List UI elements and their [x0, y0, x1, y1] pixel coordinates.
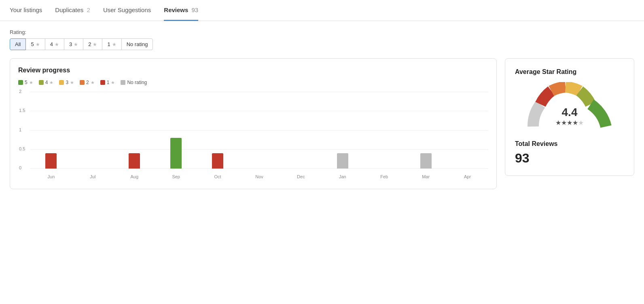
bar-group-feb	[379, 92, 390, 169]
legend-star-4: ★	[49, 80, 53, 85]
review-progress-card: Review progress 5 ★ 4 ★ 3 ★	[10, 58, 497, 189]
average-rating-card: Average Star Rating	[505, 58, 634, 176]
bar-group-jun	[45, 92, 57, 169]
x-label-dec: Dec	[293, 174, 309, 179]
x-label-mar: Mar	[418, 174, 434, 179]
rating-buttons-group: All 5 ★ 4 ★ 3 ★ 2 ★ 1 ★ No r	[10, 38, 634, 50]
main-content: Rating: All 5 ★ 4 ★ 3 ★ 2 ★ 1	[0, 21, 644, 197]
legend-2star: 2 ★	[80, 80, 95, 85]
rating-btn-4[interactable]: 4 ★	[45, 38, 64, 50]
star-icon: ★	[93, 42, 97, 47]
legend-4star: 4 ★	[39, 80, 54, 85]
legend-star-2: ★	[91, 80, 95, 85]
rating-btn-all[interactable]: All	[10, 38, 26, 50]
bar-sep	[170, 138, 182, 169]
legend-dot-2star	[80, 80, 85, 85]
bar-oct	[212, 153, 223, 169]
bar-jan	[337, 153, 348, 169]
x-label-jul: Jul	[85, 174, 101, 179]
rating-btn-1[interactable]: 1 ★	[102, 38, 121, 50]
x-label-jun: Jun	[43, 174, 59, 179]
gauge-container: 4.4 ★★★★★	[515, 82, 624, 131]
bar-group-mar	[420, 92, 432, 169]
gauge-center-values: 4.4 ★★★★★	[555, 106, 584, 127]
legend-dot-no-rating	[121, 80, 125, 85]
bar-group-apr	[462, 92, 473, 169]
bar-group-dec	[295, 92, 307, 169]
star-icon: ★	[55, 42, 59, 47]
legend-star-3: ★	[70, 80, 74, 85]
legend-5star: 5 ★	[18, 80, 33, 85]
star-icon: ★	[74, 42, 78, 47]
bar-group-jan	[337, 92, 348, 169]
legend-dot-4star	[39, 80, 44, 85]
legend-no-rating: No rating	[121, 80, 147, 85]
rating-btn-3[interactable]: 3 ★	[64, 38, 83, 50]
star-icon: ★	[112, 42, 117, 47]
legend-dot-5star	[18, 80, 23, 85]
rating-filter: Rating: All 5 ★ 4 ★ 3 ★ 2 ★ 1	[10, 29, 634, 50]
rating-btn-2[interactable]: 2 ★	[83, 38, 102, 50]
bar-group-aug	[129, 92, 140, 169]
bar-aug	[129, 153, 140, 169]
legend-star-1: ★	[111, 80, 115, 85]
bar-group-sep	[170, 92, 182, 169]
charts-row: Review progress 5 ★ 4 ★ 3 ★	[10, 58, 634, 189]
total-reviews-value: 93	[515, 151, 624, 166]
rating-btn-5[interactable]: 5 ★	[25, 38, 45, 50]
star-icon: ★	[36, 42, 40, 47]
bar-mar	[420, 153, 432, 169]
average-rating-title: Average Star Rating	[515, 68, 624, 76]
x-label-apr: Apr	[460, 174, 476, 179]
tab-duplicates[interactable]: Duplicates 2	[55, 0, 90, 21]
gauge-stars: ★★★★★	[555, 119, 584, 127]
bar-group-nov	[254, 92, 265, 169]
rating-btn-no-rating[interactable]: No rating	[121, 38, 153, 50]
rating-filter-label: Rating:	[10, 29, 634, 35]
stars-empty: ★	[578, 119, 584, 126]
tab-reviews[interactable]: Reviews 93	[164, 0, 198, 21]
x-label-nov: Nov	[251, 174, 267, 179]
x-label-sep: Sep	[168, 174, 184, 179]
review-progress-title: Review progress	[18, 67, 488, 74]
x-label-jan: Jan	[335, 174, 351, 179]
x-label-feb: Feb	[376, 174, 392, 179]
legend-dot-3star	[59, 80, 64, 85]
tabs-bar: Your listings Duplicates 2 User Suggesti…	[0, 0, 644, 21]
x-label-aug: Aug	[126, 174, 142, 179]
bar-chart-area: 2 1.5 1 0.5 0	[30, 92, 488, 181]
bar-jun	[45, 153, 57, 169]
x-label-oct: Oct	[210, 174, 226, 179]
chart-legend: 5 ★ 4 ★ 3 ★ 2 ★	[18, 80, 488, 85]
tab-user-suggestions[interactable]: User Suggestions	[103, 0, 151, 21]
x-axis: Jun Jul Aug Sep Oct Nov Dec Jan Feb Mar …	[30, 169, 488, 181]
bar-group-jul	[87, 92, 98, 169]
total-reviews-label: Total Reviews	[515, 140, 624, 148]
tab-your-listings[interactable]: Your listings	[10, 0, 42, 21]
bar-group-oct	[212, 92, 223, 169]
legend-star-5: ★	[29, 80, 33, 85]
gauge-value: 4.4	[555, 106, 584, 119]
bars-container	[30, 92, 488, 169]
legend-dot-1star	[100, 80, 105, 85]
stars-filled: ★★★★	[555, 119, 578, 126]
legend-1star: 1 ★	[100, 80, 115, 85]
legend-3star: 3 ★	[59, 80, 74, 85]
